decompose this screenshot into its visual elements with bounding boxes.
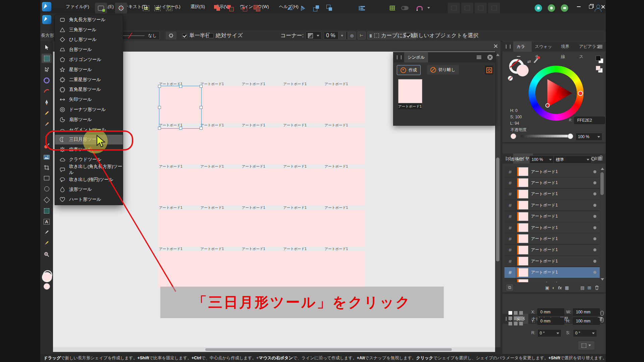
opacity-value-dropdown[interactable]: 100 % bbox=[576, 133, 602, 141]
contour-tool[interactable] bbox=[42, 86, 52, 96]
layers-panel-menu-icon[interactable] bbox=[598, 158, 602, 159]
share-button-1[interactable] bbox=[532, 3, 544, 13]
current-pink-swatch[interactable] bbox=[596, 66, 600, 70]
flyout-item-speech-rounded[interactable]: 吹き出し(角丸長方形)ツール bbox=[55, 165, 123, 175]
no-color-swatch-icon[interactable] bbox=[508, 76, 513, 81]
ellipse-tool[interactable] bbox=[42, 184, 52, 193]
y-input[interactable]: 0 mm bbox=[537, 317, 564, 325]
move-tool[interactable] bbox=[42, 43, 52, 52]
artboard-label[interactable]: アートボード1 bbox=[200, 82, 224, 86]
node-tool[interactable] bbox=[42, 65, 52, 74]
layer-visibility-dot[interactable] bbox=[593, 248, 596, 251]
color-panel-menu-icon[interactable] bbox=[598, 46, 602, 47]
alignment-handles-button[interactable]: ⊢ bbox=[358, 32, 366, 40]
layers-scroll-up-icon[interactable] bbox=[601, 168, 604, 170]
layer-thumbnail[interactable] bbox=[519, 268, 528, 277]
canvas-vertical-scroll-thumb[interactable] bbox=[496, 158, 499, 261]
artboard-row[interactable] bbox=[158, 169, 365, 205]
move-backward-button[interactable] bbox=[323, 3, 335, 13]
artboard-label[interactable]: アートボード1 bbox=[283, 123, 307, 128]
flyout-item-tear[interactable]: 涙形ツール bbox=[55, 185, 123, 195]
adjustment-layer-icon[interactable]: ◐ bbox=[552, 285, 555, 290]
layer-row[interactable]: #アートボード1 bbox=[504, 267, 600, 278]
anchor-cell[interactable] bbox=[519, 311, 523, 315]
corner-tool[interactable] bbox=[42, 76, 52, 85]
place-image-tool[interactable] bbox=[42, 153, 52, 162]
menubar-item[interactable]: 選択(S) bbox=[185, 0, 210, 13]
anchor-cell[interactable] bbox=[519, 322, 523, 325]
layer-visibility-dot[interactable] bbox=[593, 192, 596, 195]
snapping-options-button[interactable] bbox=[414, 3, 426, 13]
flyout-item-heart[interactable]: ハート形ツール bbox=[55, 194, 123, 204]
x-input[interactable]: 0 mm bbox=[537, 308, 564, 316]
flip-horizontal-button[interactable] bbox=[284, 3, 296, 13]
tab-symbols[interactable]: シンボル bbox=[404, 52, 428, 62]
document-setup-button[interactable] bbox=[95, 3, 107, 13]
symbol-detach-button[interactable]: 切り離し bbox=[427, 65, 459, 74]
artboard-label[interactable]: アートボード1 bbox=[325, 164, 348, 169]
layer-visibility-dot[interactable] bbox=[593, 282, 596, 283]
boolean-subtract-button[interactable] bbox=[224, 3, 236, 13]
corner-type-dropdown[interactable] bbox=[306, 32, 322, 40]
layer-visibility-dot[interactable] bbox=[593, 204, 596, 207]
saturation-marker-icon[interactable] bbox=[545, 103, 550, 108]
artboard-label[interactable]: アートボード1 bbox=[159, 164, 182, 169]
transform-origin-button[interactable] bbox=[578, 341, 594, 350]
layer-visibility-dot[interactable] bbox=[593, 215, 596, 218]
live-filter-icon[interactable]: ▦ bbox=[565, 285, 569, 290]
scroll-up-icon[interactable] bbox=[496, 54, 499, 56]
color-picker-tool[interactable] bbox=[42, 228, 52, 237]
color-tab[interactable]: 境界線 bbox=[557, 42, 576, 52]
panel-close-icon[interactable] bbox=[487, 55, 493, 60]
anchor-cell[interactable] bbox=[514, 322, 518, 325]
artboard-label[interactable]: アートボード1 bbox=[242, 205, 265, 210]
layer-row[interactable]: #アートボード1 bbox=[504, 166, 600, 177]
blend-mode-dropdown[interactable]: 標準 bbox=[553, 156, 592, 164]
panel-menu-icon[interactable] bbox=[477, 57, 481, 58]
pen-tool[interactable] bbox=[42, 98, 52, 107]
boolean-intersect-button[interactable] bbox=[238, 3, 250, 13]
artboard-label[interactable]: アートボード1 bbox=[283, 164, 307, 169]
artboard-label[interactable]: アートボード1 bbox=[242, 247, 265, 251]
layer-thumbnail[interactable] bbox=[519, 190, 528, 198]
menubar-item[interactable]: ファイル(F) bbox=[61, 0, 94, 13]
layer-visibility-dot[interactable] bbox=[593, 226, 596, 229]
h-input[interactable]: 100 mm bbox=[573, 317, 600, 325]
vector-crop-tool[interactable] bbox=[42, 163, 52, 172]
share-button-2[interactable] bbox=[545, 3, 557, 13]
artboard-label[interactable]: アートボード1 bbox=[325, 247, 348, 251]
layer-thumbnail[interactable] bbox=[519, 234, 528, 243]
layer-row[interactable]: #アートボード1 bbox=[504, 222, 600, 233]
flyout-item-right-star[interactable]: 直角星形ツール bbox=[55, 85, 123, 95]
secondary-color-indicator[interactable] bbox=[44, 283, 50, 290]
insert-target-button[interactable]: ◎ bbox=[348, 32, 356, 40]
share-button-3[interactable] bbox=[558, 3, 571, 13]
artboard-label[interactable]: アートボード1 bbox=[325, 82, 348, 86]
single-radius-checkbox[interactable]: 単一半径 bbox=[182, 30, 211, 41]
canvas-horizontal-scroll-thumb[interactable] bbox=[205, 348, 452, 351]
anchor-cell[interactable] bbox=[514, 311, 518, 315]
anchor-cell[interactable] bbox=[514, 316, 518, 320]
artboard-label[interactable]: アートボード1 bbox=[200, 164, 224, 169]
mask-layer-icon[interactable]: ▣ bbox=[545, 285, 549, 290]
layer-row[interactable]: #アートボード1 bbox=[504, 211, 600, 222]
selected-artboard-outline[interactable] bbox=[159, 86, 202, 129]
boolean-divide-button[interactable] bbox=[251, 3, 263, 13]
clip-to-canvas-button[interactable] bbox=[163, 3, 175, 13]
artboard-label[interactable]: アートボード1 bbox=[159, 205, 182, 210]
layer-effects-icon[interactable]: fx bbox=[558, 285, 562, 290]
w-input[interactable]: 100 mm bbox=[573, 308, 600, 316]
guides-button[interactable] bbox=[151, 3, 163, 13]
flyout-item-diamond[interactable]: ひし形ツール bbox=[55, 35, 123, 45]
color-tab[interactable]: スウォッチ bbox=[532, 42, 558, 52]
artboard-label[interactable]: アートボード1 bbox=[242, 82, 265, 86]
anchor-cell[interactable] bbox=[508, 322, 512, 325]
delete-layer-icon[interactable] bbox=[595, 285, 599, 290]
shape-tool[interactable] bbox=[42, 195, 52, 204]
snapping-options-chevron-icon[interactable] bbox=[427, 7, 430, 9]
blend-options-button[interactable] bbox=[590, 156, 596, 162]
layer-visibility-dot[interactable] bbox=[593, 237, 596, 240]
rotation-dropdown[interactable]: 0 ° bbox=[537, 329, 561, 337]
layer-row[interactable]: #アートボード1 bbox=[504, 256, 600, 266]
alignment-button[interactable] bbox=[356, 3, 368, 13]
